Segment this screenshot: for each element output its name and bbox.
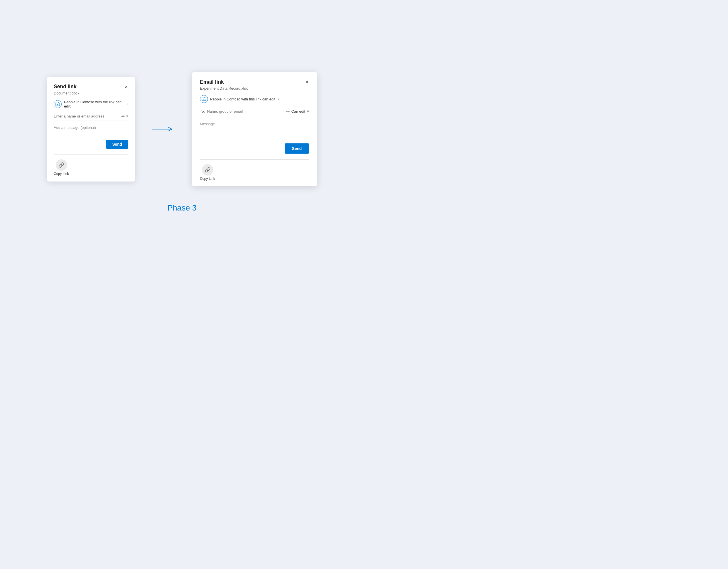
send-link-copy-section: Copy Link bbox=[54, 159, 128, 176]
email-link-to-input[interactable] bbox=[207, 109, 286, 114]
dialogs-row: Send link ··· × Document.docx People in … bbox=[47, 72, 317, 186]
arrow-container bbox=[152, 126, 175, 132]
email-chain-link-icon bbox=[204, 167, 211, 173]
email-link-subtitle: Experiment Data Record.xlsx bbox=[200, 86, 309, 90]
email-link-header: Email link × bbox=[200, 79, 309, 85]
email-link-permission-icon bbox=[200, 95, 208, 103]
svg-point-1 bbox=[57, 104, 58, 105]
email-link-copy-link-label: Copy Link bbox=[200, 177, 215, 181]
email-link-permission-chevron: › bbox=[278, 97, 279, 101]
email-link-message-input[interactable]: Message... bbox=[200, 122, 309, 139]
send-link-title: Send link bbox=[54, 84, 76, 90]
send-link-permission-row[interactable]: People in Contoso with the link can edit… bbox=[54, 100, 128, 108]
send-link-subtitle: Document.docx bbox=[54, 91, 128, 95]
send-link-input-actions: ✏ ∨ bbox=[121, 114, 128, 119]
email-link-title: Email link bbox=[200, 79, 224, 85]
send-link-header: Send link ··· × bbox=[54, 84, 128, 90]
email-link-copy-section: Copy Link bbox=[200, 164, 309, 181]
chain-link-icon bbox=[58, 162, 65, 168]
can-edit-pencil-icon: ✏ bbox=[286, 109, 290, 114]
email-link-to-row: To: ✏ Can edit ∨ bbox=[200, 109, 309, 117]
send-link-copy-link-label: Copy Link bbox=[54, 172, 69, 176]
can-edit-chevron-down-icon: ∨ bbox=[307, 109, 309, 113]
email-link-divider bbox=[200, 159, 309, 160]
send-link-copy-link-button[interactable]: Copy Link bbox=[54, 159, 69, 176]
svg-point-5 bbox=[204, 99, 204, 100]
phase-label: Phase 3 bbox=[167, 203, 197, 212]
can-edit-dropdown[interactable]: ✏ Can edit ∨ bbox=[286, 109, 309, 114]
pencil-icon[interactable]: ✏ bbox=[121, 114, 125, 119]
arrow-svg bbox=[152, 126, 175, 132]
chevron-down-icon[interactable]: ∨ bbox=[126, 114, 128, 118]
email-link-copy-link-icon-circle bbox=[202, 164, 213, 175]
send-link-copy-link-icon-circle bbox=[56, 159, 67, 171]
transition-arrow bbox=[152, 126, 175, 132]
email-link-send-btn-row: Send bbox=[200, 143, 309, 154]
send-link-permission-text: People in Contoso with the link can edit bbox=[64, 100, 124, 108]
send-link-permission-chevron: › bbox=[127, 102, 128, 106]
send-link-send-button[interactable]: Send bbox=[106, 140, 128, 149]
email-link-permission-row[interactable]: People in Contoso with this link can edi… bbox=[200, 95, 309, 103]
send-link-name-input[interactable] bbox=[54, 113, 121, 119]
send-link-dialog: Send link ··· × Document.docx People in … bbox=[47, 77, 135, 181]
email-link-to-label: To: bbox=[200, 109, 205, 113]
send-link-input-row: ✏ ∨ bbox=[54, 113, 128, 121]
email-link-permission-text: People in Contoso with this link can edi… bbox=[210, 97, 275, 101]
send-link-permission-icon bbox=[54, 100, 62, 108]
send-link-divider bbox=[54, 154, 128, 155]
email-link-copy-link-button[interactable]: Copy Link bbox=[200, 164, 215, 181]
more-options-button[interactable]: ··· bbox=[113, 84, 122, 90]
send-link-header-actions: ··· × bbox=[113, 84, 128, 90]
email-link-send-button[interactable]: Send bbox=[285, 143, 309, 154]
can-edit-text: Can edit bbox=[291, 109, 305, 113]
send-link-send-btn-row: Send bbox=[54, 140, 128, 149]
send-link-close-button[interactable]: × bbox=[124, 84, 128, 90]
send-link-message-area[interactable]: Add a message (optional) bbox=[54, 125, 128, 134]
email-link-dialog: Email link × Experiment Data Record.xlsx… bbox=[192, 72, 317, 186]
email-link-close-button[interactable]: × bbox=[305, 79, 309, 85]
